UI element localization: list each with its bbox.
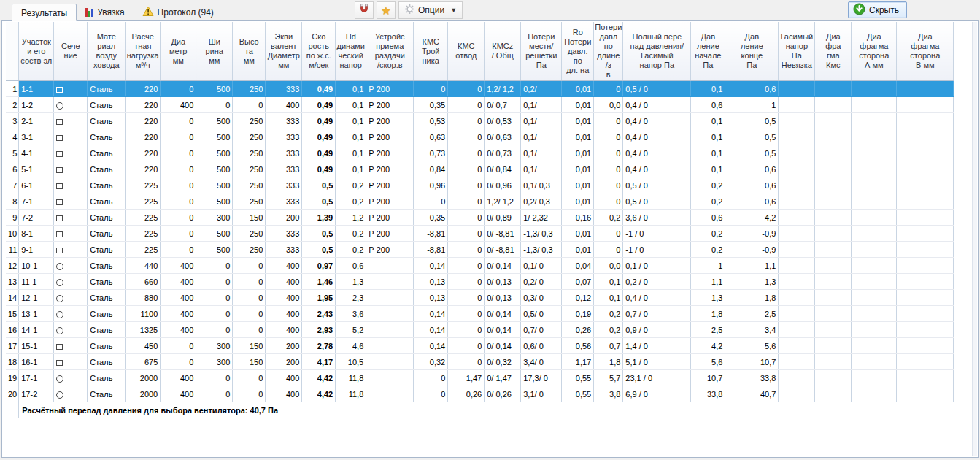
row-number: 10 <box>6 226 19 242</box>
cell-dia_a <box>852 274 897 290</box>
table-row[interactable]: 1614-1Сталь1325400004002,935,20,1400/ 0,… <box>6 322 954 338</box>
cell-dav_kon: 2,5 <box>725 306 779 322</box>
cell-dia_b <box>897 242 954 258</box>
table-row[interactable]: 1311-1Сталь660400004001,461,30,1300/ 0,1… <box>6 274 954 290</box>
row-number: 1 <box>6 81 19 97</box>
vertical-scrollbar[interactable] <box>972 22 977 456</box>
cell-kms_o: 0,26 <box>448 386 485 402</box>
row-number: 2 <box>6 97 19 113</box>
cell-ro: 0,01 <box>562 129 594 145</box>
magnet-button[interactable] <box>355 1 374 19</box>
cell-ustr <box>366 258 414 274</box>
cell-shirina: 500 <box>196 81 233 97</box>
cell-gasim <box>779 354 815 370</box>
cell-material: Сталь <box>88 354 126 370</box>
row-number: 8 <box>6 193 19 210</box>
tab-uvyazka[interactable]: Увязка <box>77 3 133 20</box>
table-row[interactable]: 1715-1Сталь45003001502002,784,60,1400/ 0… <box>6 338 954 354</box>
column-header-ro: Ro Потери давл. по дл. на <box>562 22 594 81</box>
cell-dav_nach: 33,8 <box>691 386 725 402</box>
cell-kms_o: 0 <box>448 306 485 322</box>
cell-diametr: 0 <box>161 242 196 258</box>
table-row[interactable]: 97-2Сталь22503001502001,391,2Р 2000,3500… <box>6 210 954 226</box>
row-number: 11 <box>6 242 19 258</box>
options-label: Опции <box>418 5 444 15</box>
cell-polny: 0,5 / 0 <box>623 193 691 210</box>
cell-kmsz: 0/ 0,89 <box>485 210 521 226</box>
tab-results[interactable]: Результаты <box>12 4 77 21</box>
cell-gasim <box>779 193 815 210</box>
cell-material: Сталь <box>88 226 126 242</box>
section-cell <box>54 145 88 161</box>
cell-ekviv: 333 <box>266 129 302 145</box>
cell-polny: -1 / 0 <box>623 226 691 242</box>
cell-vysota: 250 <box>233 145 266 161</box>
table-row[interactable]: 2017-2Сталь2000400004004,4211,800,260/ 0… <box>6 386 954 402</box>
table-row[interactable]: 1816-1Сталь67503001502004,1710,50,3200/ … <box>6 354 954 370</box>
cell-pot_mestn: 0,6/ 0 <box>521 338 562 354</box>
cell-dia_b <box>897 210 954 226</box>
column-header-num <box>6 22 19 81</box>
cell-shirina: 500 <box>196 161 233 177</box>
cell-raskhod: 440 <box>126 258 161 274</box>
cell-hd: 1,2 <box>336 210 366 226</box>
cell-dav_nach: 0,6 <box>691 210 725 226</box>
cell-vysota: 250 <box>233 129 266 145</box>
table-row[interactable]: 43-1Сталь22005002503330,490,1Р 2000,6300… <box>6 129 954 145</box>
cell-pot_dl: 0 <box>594 226 623 242</box>
cell-ustr: Р 200 <box>366 145 414 161</box>
table-row[interactable]: 108-1Сталь22505002503330,50,2Р 200-8,810… <box>6 226 954 242</box>
hide-button[interactable]: Скрыть <box>848 1 907 18</box>
table-row[interactable]: 1210-1Сталь440400004000,970,60,1400/ 0,1… <box>6 258 954 274</box>
table-row[interactable]: 1513-1Сталь1100400004002,433,60,1400/ 0,… <box>6 306 954 322</box>
round-section-icon <box>56 327 63 334</box>
cell-uchastok: 7-2 <box>19 210 54 226</box>
cell-dia_a <box>852 81 897 97</box>
table-row[interactable]: 21-2Сталь220400004000,490,1Р 2000,3500/ … <box>6 97 954 113</box>
cell-polny: 0,1 / 0 <box>623 258 691 274</box>
cell-pot_dl: 1,8 <box>594 354 623 370</box>
column-header-dav_nach: Дав ление начале Па <box>691 22 725 81</box>
cell-diametr: 0 <box>161 81 196 97</box>
cell-skorost: 0,49 <box>302 113 336 129</box>
cell-dav_nach: 10,7 <box>691 370 725 386</box>
cell-ekviv: 200 <box>266 354 302 370</box>
cell-uchastok: 1-1 <box>19 81 54 97</box>
table-row[interactable]: 11-1Сталь22005002503330,490,1Р 200001,2/… <box>6 81 954 97</box>
table-row[interactable]: 1412-1Сталь880400004001,952,30,1300/ 0,1… <box>6 290 954 306</box>
tab-bar: Результаты Увязка Протокол (94) ★ Опции <box>0 0 980 20</box>
cell-dav_kon: 33,8 <box>725 370 779 386</box>
cell-ro: 0,16 <box>562 210 594 226</box>
cell-raskhod: 220 <box>126 161 161 177</box>
cell-polny: 0,4 / 0 <box>623 129 691 145</box>
cell-dav_nach: 1,1 <box>691 274 725 290</box>
table-row[interactable]: 1917-1Сталь2000400004004,4211,801,470/ 1… <box>6 370 954 386</box>
section-cell <box>54 226 88 242</box>
cell-diametr: 400 <box>161 258 196 274</box>
cell-kms_o: 0 <box>448 338 485 354</box>
table-row[interactable]: 76-1Сталь22505002503330,50,2Р 2000,9600/… <box>6 177 954 193</box>
cell-raskhod: 220 <box>126 129 161 145</box>
cell-kmsz: 0/ 0,26 <box>485 386 521 402</box>
table-row[interactable]: 54-1Сталь22005002503330,490,1Р 2000,7300… <box>6 145 954 161</box>
favorite-button[interactable]: ★ <box>377 1 396 19</box>
cell-ekviv: 333 <box>266 226 302 242</box>
cell-vysota: 0 <box>233 290 266 306</box>
cell-kmsz: 1,2/ 1,2 <box>485 193 521 210</box>
cell-dia_b <box>897 274 954 290</box>
cell-dav_kon: 10,7 <box>725 354 779 370</box>
table-row[interactable]: 32-1Сталь22005002503330,490,1Р 2000,5300… <box>6 113 954 129</box>
table-row[interactable]: 119-1Сталь22505002503330,50,2Р 200-8,810… <box>6 242 954 258</box>
table-row[interactable]: 87-1Сталь22505002503330,50,2Р 200001,2/ … <box>6 193 954 210</box>
column-header-polny: Полный пере пад давления/ Гасимый напор … <box>623 22 691 81</box>
cell-uchastok: 12-1 <box>19 290 54 306</box>
cell-pot_dl: 0 <box>594 177 623 193</box>
tab-protocol[interactable]: Протокол (94) <box>134 3 223 20</box>
cell-diametr: 400 <box>161 97 196 113</box>
options-button[interactable]: Опции ▼ <box>398 1 463 19</box>
rect-section-icon <box>56 199 63 205</box>
table-row[interactable]: 65-1Сталь22005002503330,490,1Р 2000,8400… <box>6 161 954 177</box>
column-header-dia_a: Диа фрагма сторона А мм <box>852 22 897 81</box>
cell-dav_nach: 0,1 <box>691 161 725 177</box>
cell-pot_mestn: 3,4/ 0 <box>521 354 562 370</box>
